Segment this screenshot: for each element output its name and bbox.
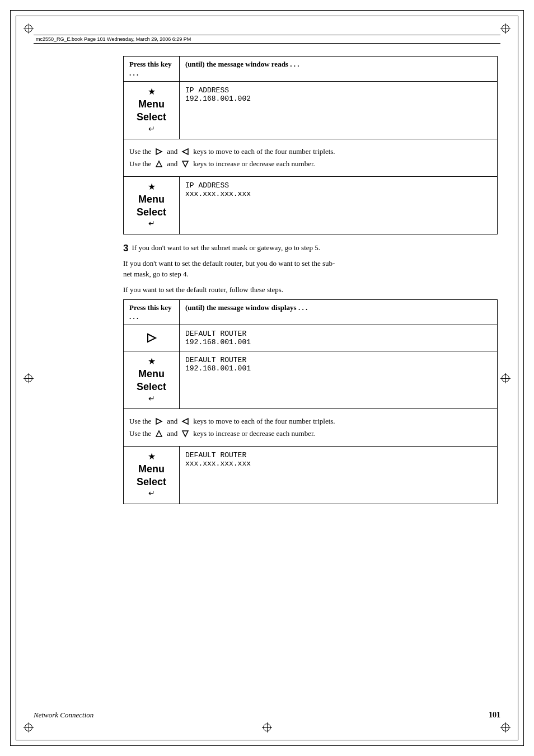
table-row: ★ Menu Select ↵ IP ADDRESS192.168.001.00…	[124, 82, 498, 139]
menu-label: Menu	[138, 98, 165, 111]
step3-para1: If you don't want to set the default rou…	[123, 258, 498, 280]
key-cell-t2-3: ★ Menu Select ↵	[124, 446, 180, 504]
forward-arrow-icon-2	[155, 417, 163, 425]
nav-text-1b: keys to move to each of the four number …	[193, 147, 335, 156]
footer-left: Network Connection	[34, 711, 93, 720]
key-cell-t2-2: ★ Menu Select ↵	[124, 351, 180, 409]
right-arrow-icon	[146, 332, 158, 344]
nav-text-2b: keys to increase or decrease each number…	[193, 159, 315, 168]
header-text: mc2550_RG_E.book Page 101 Wednesday, Mar…	[36, 36, 191, 42]
key-stack-2: ★ Menu Select ↵	[129, 181, 174, 229]
msg-cell-2: IP ADDRESSxxx.xxx.xxx.xxx	[180, 176, 498, 234]
table2-row-1: DEFAULT ROUTER192.168.001.001	[124, 325, 498, 351]
step3-text: If you don't want to set the subnet mask…	[132, 243, 498, 252]
footer-right: 101	[489, 711, 500, 720]
main-content: Press this key . . . (until) the message…	[123, 56, 498, 689]
enter-icon-2: ↵	[148, 219, 155, 229]
svg-marker-2	[156, 161, 162, 167]
key-cell-t2-1	[124, 325, 180, 351]
msg-cell-1: IP ADDRESS192.168.001.002	[180, 82, 498, 139]
svg-marker-5	[156, 419, 162, 424]
table-row-2: ★ Menu Select ↵ IP ADDRESSxxx.xxx.xxx.xx…	[124, 176, 498, 234]
table2-col2-header: (until) the message window displays . . …	[180, 300, 498, 325]
select-label-2: Select	[137, 206, 166, 219]
msg-cell-t2-3: DEFAULT ROUTERxxx.xxx.xxx.xxx	[180, 446, 498, 504]
star-icon-2: ★	[148, 181, 156, 193]
enter-icon-t2-2: ↵	[148, 394, 155, 404]
star-icon-t2-3: ★	[148, 451, 156, 463]
crosshair-top-left	[24, 24, 34, 34]
up-arrow-icon-2	[155, 430, 163, 438]
header-strip: mc2550_RG_E.book Page 101 Wednesday, Mar…	[34, 35, 500, 44]
nav-instruction-3: Use the and keys to move to each of the …	[129, 417, 491, 426]
select-label-t2-3: Select	[137, 476, 166, 489]
svg-marker-0	[156, 149, 162, 154]
table1-col1-header: Press this key . . .	[124, 57, 180, 82]
up-arrow-icon	[155, 160, 163, 168]
down-arrow-icon-2	[181, 430, 189, 438]
step3-section: 3 If you don't want to set the subnet ma…	[123, 243, 498, 252]
footer: Network Connection 101	[34, 711, 500, 720]
back-arrow-icon	[181, 148, 189, 156]
nav-instruction-2: Use the and keys to increase or decrease…	[129, 159, 491, 168]
key-stack-t2-3: ★ Menu Select ↵	[129, 451, 174, 499]
nav-text-and-2: and	[167, 159, 177, 168]
table2-row-2: ★ Menu Select ↵ DEFAULT ROUTER192.168.00…	[124, 351, 498, 409]
menu-label-2: Menu	[138, 193, 165, 206]
table1-col2-header: (until) the message window reads . . .	[180, 57, 498, 82]
nav-text-and-4: and	[167, 429, 177, 438]
crosshair-bottom-mid	[262, 722, 272, 732]
select-label: Select	[137, 111, 166, 124]
crosshair-mid-left	[24, 373, 34, 383]
forward-arrow-icon	[155, 148, 163, 156]
nav-text-4b: keys to increase or decrease each number…	[193, 429, 315, 438]
nav-cell-1: Use the and keys to move to each of the …	[124, 139, 498, 176]
nav-text-3a: Use the	[129, 417, 151, 426]
nav-instruction-4: Use the and keys to increase or decrease…	[129, 429, 491, 438]
table2: Press this key . . . (until) the message…	[123, 299, 498, 504]
crosshair-bottom-right	[500, 722, 510, 732]
enter-icon: ↵	[148, 124, 155, 134]
crosshair-mid-right	[500, 373, 510, 383]
nav-instruction-1: Use the and keys to move to each of the …	[129, 147, 491, 156]
key-cell-2: ★ Menu Select ↵	[124, 176, 180, 234]
key-stack-1: ★ Menu Select ↵	[129, 86, 174, 134]
down-arrow-icon	[181, 160, 189, 168]
svg-marker-6	[182, 419, 188, 424]
key-stack-t2-2: ★ Menu Select ↵	[129, 356, 174, 404]
nav-text-and-1: and	[167, 147, 177, 156]
menu-label-t2-2: Menu	[138, 368, 165, 381]
nav-cell-2: Use the and keys to move to each of the …	[124, 408, 498, 446]
menu-label-t2-3: Menu	[138, 463, 165, 476]
svg-marker-3	[182, 161, 188, 167]
svg-marker-4	[148, 334, 156, 342]
star-icon: ★	[148, 86, 156, 98]
crosshair-top-right	[500, 24, 510, 34]
svg-marker-7	[156, 431, 162, 436]
step-number: 3	[123, 243, 128, 253]
step3-para2: If you want to set the default router, f…	[123, 284, 498, 295]
svg-marker-8	[182, 431, 188, 436]
star-icon-t2-2: ★	[148, 356, 156, 368]
nav-text-and-3: and	[167, 417, 177, 426]
msg-cell-t2-2: DEFAULT ROUTER192.168.001.001	[180, 351, 498, 409]
crosshair-bottom-left	[24, 722, 34, 732]
enter-icon-t2-3: ↵	[148, 489, 155, 499]
nav-text-1a: Use the	[129, 147, 151, 156]
nav-row-1: Use the and keys to move to each of the …	[124, 139, 498, 176]
right-arrow-key	[143, 330, 160, 346]
msg-cell-t2-1: DEFAULT ROUTER192.168.001.001	[180, 325, 498, 351]
nav-text-3b: keys to move to each of the four number …	[193, 417, 335, 426]
select-label-t2-2: Select	[137, 381, 166, 393]
key-cell-1: ★ Menu Select ↵	[124, 82, 180, 139]
nav-text-2a: Use the	[129, 159, 151, 168]
table2-row-3: ★ Menu Select ↵ DEFAULT ROUTERxxx.xxx.xx…	[124, 446, 498, 504]
nav-row-2: Use the and keys to move to each of the …	[124, 408, 498, 446]
svg-marker-1	[182, 149, 188, 154]
back-arrow-icon-2	[181, 417, 189, 425]
nav-text-4a: Use the	[129, 429, 151, 438]
table2-col1-header: Press this key . . .	[124, 300, 180, 325]
table1: Press this key . . . (until) the message…	[123, 56, 498, 234]
